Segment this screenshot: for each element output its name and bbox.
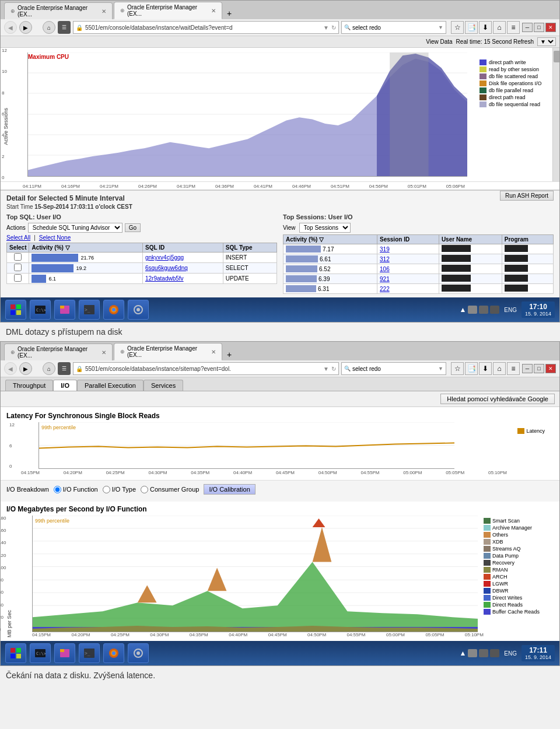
tab-services[interactable]: Services <box>144 380 183 391</box>
taskbar-btn-6[interactable] <box>128 300 149 320</box>
tab-io[interactable]: I/O <box>53 380 77 391</box>
io-breakdown-label: I/O Breakdown <box>6 486 49 493</box>
forward-button[interactable]: ▶ <box>19 21 32 34</box>
tab-4-active[interactable]: ⊕ Oracle Enterprise Manager (EX... ✕ <box>114 343 222 360</box>
taskbar2-btn-5[interactable] <box>103 643 124 663</box>
sql-id-link-1[interactable]: gnkyxv4cj5gqg <box>145 254 184 261</box>
th-activity[interactable]: Activity (%) ▽ <box>29 243 143 253</box>
history-icon[interactable]: ⬇ <box>479 21 492 34</box>
tab-2-active[interactable]: ⊕ Oracle Enterprise Manager (EX... ✕ <box>114 2 222 19</box>
tuning-advisor-dropdown[interactable]: Schedule SQL Tuning Advisor <box>28 223 123 233</box>
top-sessions-dropdown[interactable]: Top Sessions <box>299 223 351 233</box>
legend-scattered: db file scattered read <box>480 73 558 79</box>
checkbox-1[interactable] <box>14 253 22 261</box>
tab-4-close[interactable]: ✕ <box>211 349 216 355</box>
search-bar-2[interactable]: 🔍 select redo ▼ <box>341 362 446 375</box>
history-icon-2[interactable]: ⬇ <box>479 362 492 375</box>
taskbar2-btn-6[interactable] <box>128 643 149 663</box>
tab-1-inactive[interactable]: ⊕ Oracle Enterprise Manager (EX... ✕ <box>4 2 113 19</box>
checkbox-3[interactable] <box>14 274 22 282</box>
detail-header: Detail for Selected 5 Minute Interval <box>6 194 554 202</box>
maximize-button-2[interactable]: □ <box>534 364 544 373</box>
io-calibration-button[interactable]: I/O Calibration <box>204 484 255 495</box>
start-button-2[interactable] <box>5 643 26 663</box>
chart-svg-area: Maximum CPU <box>27 52 467 177</box>
checkbox-2[interactable] <box>14 264 22 271</box>
bookmark-list-2[interactable]: 📑 <box>465 362 478 375</box>
chart-svg <box>28 52 467 176</box>
run-ash-report-button[interactable]: Run ASH Report <box>500 191 554 201</box>
forward-button-2[interactable]: ▶ <box>19 362 32 375</box>
menu-button-2[interactable]: ≡ <box>507 362 520 375</box>
taskbar-btn-2[interactable]: C:\>_ <box>30 300 51 320</box>
menu-button[interactable]: ≡ <box>507 21 520 34</box>
io-legend-others: Others <box>484 532 554 538</box>
go-button[interactable]: Go <box>125 223 141 232</box>
sql-row-3-checkbox[interactable] <box>7 274 29 284</box>
maximize-button-1[interactable]: □ <box>534 23 544 32</box>
chart-scrollbar[interactable] <box>552 48 559 181</box>
radio-io-type-input[interactable] <box>103 486 110 493</box>
radio-io-function-input[interactable] <box>54 486 61 493</box>
address-bar-1[interactable]: 🔒 5501/em/console/database/instance/wait… <box>73 21 339 34</box>
minimize-button-1[interactable]: ─ <box>522 23 533 32</box>
sql-row-2-checkbox[interactable] <box>7 263 29 274</box>
bookmark-list[interactable]: 📑 <box>465 21 478 34</box>
session-id-link-2[interactable]: 312 <box>380 256 390 262</box>
x-label-1: 04:16PM <box>61 184 80 189</box>
home-icon3[interactable]: ⌂ <box>493 362 506 375</box>
taskbar2-btn-2[interactable]: C:\>_ <box>30 643 51 663</box>
refresh-select[interactable]: ▼ <box>537 37 556 46</box>
tab-throughput[interactable]: Throughput <box>5 380 53 391</box>
session-bar-5 <box>286 285 316 292</box>
bookmark-star-2[interactable]: ☆ <box>451 362 464 375</box>
session-id-link-3[interactable]: 106 <box>380 266 390 272</box>
sql-id-link-2[interactable]: 6squ6kguw6dnq <box>145 265 188 271</box>
taskbar2-btn-4[interactable]: >_ <box>79 643 100 663</box>
radio-consumer-group-input[interactable] <box>141 486 148 493</box>
home-button[interactable]: ⌂ <box>43 21 55 34</box>
refresh-icon-2[interactable]: ↻ <box>331 366 336 372</box>
close-button-1[interactable]: ✕ <box>545 23 556 32</box>
io-x-9: 05:00PM <box>386 632 405 637</box>
new-tab-button-2[interactable]: + <box>223 349 235 360</box>
th-sess-activity[interactable]: Activity (%) ▽ <box>284 235 377 244</box>
taskbar-btn-3[interactable] <box>54 300 75 320</box>
taskbar2-btn-3[interactable] <box>54 643 75 663</box>
taskbar-btn-5[interactable] <box>103 300 124 320</box>
refresh-icon[interactable]: ↻ <box>331 24 336 31</box>
close-button-2[interactable]: ✕ <box>545 364 556 373</box>
x-label-10: 05:01PM <box>408 184 426 189</box>
session-id-link-4[interactable]: 921 <box>380 276 390 282</box>
sql-row-1-checkbox[interactable] <box>7 253 29 263</box>
select-all-link[interactable]: Select All <box>6 234 30 241</box>
home-button-2[interactable]: ⌂ <box>43 362 55 375</box>
select-none-link[interactable]: Select None <box>39 234 71 241</box>
back-button-2[interactable]: ◀ <box>4 362 17 375</box>
select-sep: | <box>34 234 36 241</box>
bookmark-star[interactable]: ☆ <box>451 21 464 34</box>
tab-3-inactive[interactable]: ⊕ Oracle Enterprise Manager (EX... ✕ <box>4 344 113 360</box>
home-icon2[interactable]: ⌂ <box>493 21 506 34</box>
search-bar-1[interactable]: 🔍 select redo ▼ <box>341 21 446 34</box>
start-button-1[interactable] <box>5 300 26 320</box>
masked-user-3 <box>442 265 471 272</box>
session-id-link-1[interactable]: 319 <box>380 246 390 253</box>
address-bar-2[interactable]: 🔒 5501/em/console/database/instance/site… <box>73 362 339 375</box>
session-id-link-5[interactable]: 222 <box>380 286 390 292</box>
svg-rect-34 <box>16 648 21 653</box>
io-legend-label-dbwr: DBWR <box>492 588 509 594</box>
tab-2-close[interactable]: ✕ <box>211 8 216 14</box>
minimize-button-2[interactable]: ─ <box>522 364 533 373</box>
sql-id-link-3[interactable]: 12r9atadwb5fv <box>145 275 184 282</box>
tab-parallel[interactable]: Parallel Execution <box>77 380 144 391</box>
io-breakdown-toolbar: I/O Breakdown I/O Function I/O Type Cons… <box>6 484 554 495</box>
io-mb-section: I/O Megabytes per Second by I/O Function… <box>1 502 559 641</box>
tab-3-close[interactable]: ✕ <box>102 349 106 356</box>
taskbar-btn-4[interactable]: >_ <box>79 300 100 320</box>
new-tab-button[interactable]: + <box>223 8 235 19</box>
real-time-label: Real time: 15 Second Refresh <box>456 38 534 45</box>
google-search-button[interactable]: Hledat pomocí vyhledávače Google <box>440 394 555 404</box>
back-button[interactable]: ◀ <box>4 21 17 34</box>
tab-1-close[interactable]: ✕ <box>102 8 106 15</box>
